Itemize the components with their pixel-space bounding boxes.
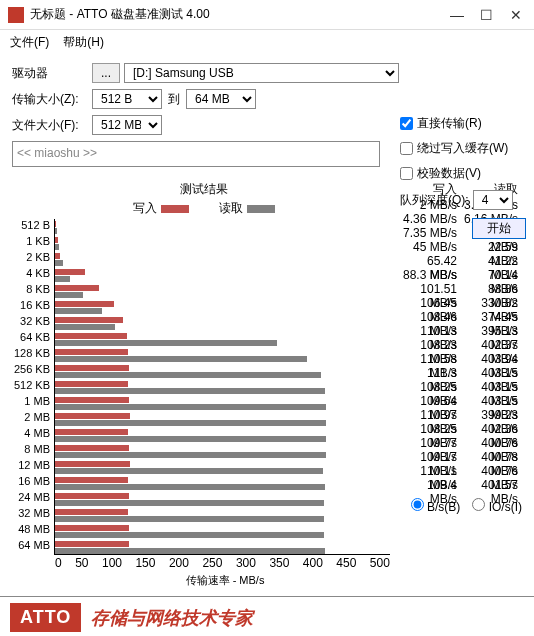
start-button[interactable]: 开始	[472, 218, 526, 239]
x-tick: 100	[102, 556, 122, 570]
bar-write	[55, 493, 129, 499]
results-title: 测试结果	[12, 181, 396, 198]
opt-direct[interactable]: 直接传输(R)	[400, 115, 526, 132]
size-from-select[interactable]: 512 B	[92, 89, 162, 109]
y-tick: 16 KB	[10, 299, 50, 311]
menu-file[interactable]: 文件(F)	[10, 34, 49, 51]
close-icon[interactable]: ✕	[510, 7, 522, 23]
bar-write	[55, 349, 128, 355]
x-tick: 150	[135, 556, 155, 570]
label-to: 到	[168, 91, 180, 108]
bar-write	[55, 381, 128, 387]
table-row: 65.42 MB/s41.22 MB/s	[400, 254, 522, 268]
table-row: 109.4 MB/s401.57 MB/s	[400, 478, 522, 492]
bar-write	[55, 397, 129, 403]
bar-read	[55, 372, 321, 378]
y-tick: 4 KB	[10, 267, 50, 279]
size-to-select[interactable]: 64 MB	[186, 89, 256, 109]
bar-read	[55, 484, 325, 490]
minimize-icon[interactable]: —	[450, 7, 462, 23]
bar-read	[55, 356, 307, 362]
bar-read	[55, 308, 102, 314]
bar-write	[55, 269, 85, 275]
table-row: 110.58 MB/s403.94 MB/s	[400, 352, 522, 366]
y-tick: 128 KB	[10, 347, 50, 359]
app-icon	[8, 7, 24, 23]
opt-bypass[interactable]: 绕过写入缓存(W)	[400, 140, 526, 157]
description-box[interactable]: << miaoshu >>	[12, 141, 380, 167]
y-tick: 4 MB	[10, 427, 50, 439]
bar-read	[55, 468, 323, 474]
bar-write	[55, 253, 60, 259]
bar-chart: 050100150200250300350400450500	[54, 219, 390, 555]
table-row: 111.3 MB/s403.15 MB/s	[400, 366, 522, 380]
bar-write	[55, 301, 114, 307]
label-queue: 队列深度(Q):	[400, 192, 469, 209]
y-tick: 12 MB	[10, 459, 50, 471]
y-tick: 512 B	[10, 219, 50, 231]
queue-select[interactable]: 4	[473, 190, 513, 210]
y-tick: 512 KB	[10, 379, 50, 391]
table-row: 110.97 MB/s399.23 MB/s	[400, 408, 522, 422]
y-tick: 1 MB	[10, 395, 50, 407]
y-tick: 2 MB	[10, 411, 50, 423]
y-tick: 1 KB	[10, 235, 50, 247]
x-tick: 200	[169, 556, 189, 570]
bar-read	[55, 436, 326, 442]
y-tick: 32 KB	[10, 315, 50, 327]
table-row: 106.45 MB/s330.82 MB/s	[400, 296, 522, 310]
x-tick: 500	[370, 556, 390, 570]
bar-read	[55, 548, 325, 554]
bar-write	[55, 237, 58, 243]
label-drive: 驱动器	[12, 65, 92, 82]
bar-read	[55, 420, 326, 426]
x-tick: 300	[236, 556, 256, 570]
bar-write	[55, 317, 123, 323]
y-tick: 16 MB	[10, 475, 50, 487]
bar-read	[55, 260, 63, 266]
bar-read	[55, 500, 324, 506]
menu-help[interactable]: 帮助(H)	[63, 34, 104, 51]
bar-read	[55, 532, 324, 538]
table-row: 110.13 MB/s395.13 MB/s	[400, 324, 522, 338]
x-tick: 400	[303, 556, 323, 570]
direct-checkbox[interactable]	[400, 117, 413, 130]
y-tick: 256 KB	[10, 363, 50, 375]
bar-read	[55, 292, 83, 298]
bar-write	[55, 541, 129, 547]
bar-write	[55, 221, 56, 227]
x-axis-label: 传输速率 - MB/s	[54, 573, 396, 588]
unit-ios[interactable]: IO/s(I)	[472, 498, 522, 514]
x-tick: 0	[55, 556, 62, 570]
y-tick: 64 KB	[10, 331, 50, 343]
file-size-select[interactable]: 512 MB	[92, 115, 162, 135]
y-tick: 64 MB	[10, 539, 50, 551]
window-title: 无标题 - ATTO 磁盘基准测试 4.00	[30, 6, 450, 23]
bar-write	[55, 477, 128, 483]
bar-read	[55, 452, 326, 458]
bar-write	[55, 365, 129, 371]
bar-read	[55, 388, 325, 394]
x-tick: 450	[336, 556, 356, 570]
y-tick: 24 MB	[10, 491, 50, 503]
y-tick: 8 MB	[10, 443, 50, 455]
browse-button[interactable]: ...	[92, 63, 120, 83]
table-row: 108.25 MB/s402.36 MB/s	[400, 422, 522, 436]
opt-verify[interactable]: 校验数据(V)	[400, 165, 526, 182]
table-row: 109.77 MB/s400.76 MB/s	[400, 436, 522, 450]
verify-checkbox[interactable]	[400, 167, 413, 180]
label-file-size: 文件大小(F):	[12, 117, 92, 134]
bar-read	[55, 340, 277, 346]
bar-read	[55, 244, 59, 250]
drive-select[interactable]: [D:] Samsung USB	[124, 63, 399, 83]
unit-bs[interactable]: B/s(B)	[411, 498, 461, 514]
maximize-icon[interactable]: ☐	[480, 7, 492, 23]
y-tick: 48 MB	[10, 523, 50, 535]
legend-write: 写入	[133, 200, 189, 217]
bypass-checkbox[interactable]	[400, 142, 413, 155]
table-row: 101.51 MB/s88.86 MB/s	[400, 282, 522, 296]
y-tick: 2 KB	[10, 251, 50, 263]
table-row: 45 MB/s22.59 MB/s	[400, 240, 522, 254]
table-row: 109.17 MB/s400.78 MB/s	[400, 450, 522, 464]
y-tick: 32 MB	[10, 507, 50, 519]
